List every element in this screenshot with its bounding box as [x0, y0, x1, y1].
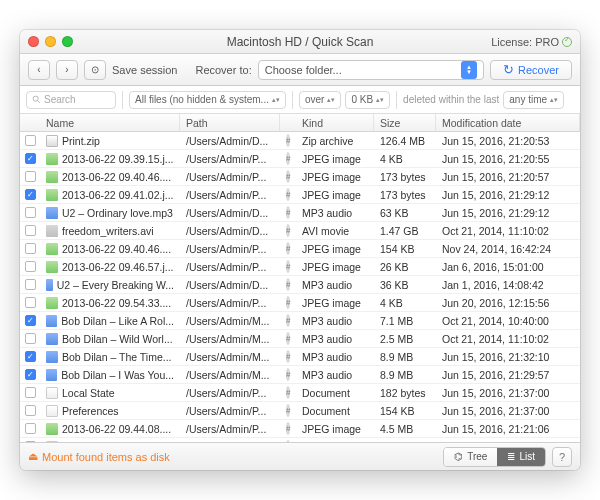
row-kind: MP3 audio: [296, 333, 374, 345]
time-range-select[interactable]: any time ▴▾: [503, 91, 564, 109]
row-checkbox[interactable]: [20, 387, 40, 398]
chevron-updown-icon: ▴▾: [327, 97, 335, 103]
row-mod: Oct 21, 2014, 10:40:00: [436, 315, 580, 327]
table-row[interactable]: Bob Dilan – Wild Worl.../Users/Admin/M..…: [20, 330, 580, 348]
row-hash-icon: #: [280, 278, 296, 291]
row-checkbox[interactable]: [20, 333, 40, 344]
row-checkbox[interactable]: ✓: [20, 369, 40, 380]
row-checkbox[interactable]: ✓: [20, 153, 40, 164]
row-name: 2013-06-22 09.41.02.j...: [40, 189, 180, 201]
header-checkbox[interactable]: [20, 114, 40, 131]
minimize-window-button[interactable]: [45, 36, 56, 47]
header-mod[interactable]: Modification date: [436, 114, 580, 131]
zoom-window-button[interactable]: [62, 36, 73, 47]
row-checkbox[interactable]: [20, 261, 40, 272]
file-name-label: Local State: [62, 387, 115, 399]
recover-folder-select[interactable]: Choose folder... ▲▼: [258, 60, 484, 80]
recover-folder-placeholder: Choose folder...: [265, 64, 342, 76]
row-size: 182 bytes: [374, 387, 436, 399]
file-type-icon: [46, 225, 58, 237]
row-size: 36 KB: [374, 279, 436, 291]
size-value-label: 0 KB: [351, 94, 373, 105]
file-types-select[interactable]: All files (no hidden & system... ▴▾: [129, 91, 286, 109]
file-name-label: 2013-06-22 09.39.15.j...: [62, 153, 174, 165]
row-name: 2013-06-22 09.46.57.j...: [40, 261, 180, 273]
table-row[interactable]: U2 – Ordinary love.mp3/Users/Admin/D...#…: [20, 204, 580, 222]
row-mod: Jun 15, 2016, 21:29:12: [436, 189, 580, 201]
row-kind: JPEG image: [296, 261, 374, 273]
mount-items-link[interactable]: ⏏ Mount found items as disk: [28, 450, 170, 463]
row-checkbox[interactable]: [20, 279, 40, 290]
tree-view-button[interactable]: ⌬ Tree: [444, 448, 497, 466]
license-label: License: PRO: [491, 36, 559, 48]
row-checkbox[interactable]: [20, 171, 40, 182]
mount-label: Mount found items as disk: [42, 451, 170, 463]
file-type-icon: [46, 171, 58, 183]
row-checkbox[interactable]: [20, 243, 40, 254]
row-name: Local State: [40, 387, 180, 399]
table-row[interactable]: ✓Bob Dilan – I Was You.../Users/Admin/M.…: [20, 366, 580, 384]
row-checkbox[interactable]: [20, 207, 40, 218]
results-table: Name Path Kind Size Modification date Pr…: [20, 114, 580, 442]
help-button[interactable]: ?: [552, 447, 572, 467]
table-row[interactable]: Preferences/Users/Admin/P...#Document154…: [20, 402, 580, 420]
row-mod: Jun 15, 2016, 21:29:57: [436, 369, 580, 381]
size-value-select[interactable]: 0 KB ▴▾: [345, 91, 390, 109]
row-hash-icon: #: [280, 170, 296, 183]
row-checkbox[interactable]: ✓: [20, 315, 40, 326]
row-size: 154 KB: [374, 405, 436, 417]
row-mod: Jun 15, 2016, 21:21:06: [436, 423, 580, 435]
table-row[interactable]: ✓2013-06-22 09.41.02.j.../Users/Admin/P.…: [20, 186, 580, 204]
row-path: /Users/Admin/M...: [180, 351, 280, 363]
header-size[interactable]: Size: [374, 114, 436, 131]
search-input[interactable]: Search: [26, 91, 116, 109]
save-session-icon-button[interactable]: ⊙: [84, 60, 106, 80]
table-row[interactable]: ✓Bob Dilan – Like A Rol.../Users/Admin/M…: [20, 312, 580, 330]
header-name[interactable]: Name: [40, 114, 180, 131]
app-window: Macintosh HD / Quick Scan License: PRO ‹…: [20, 30, 580, 470]
recover-button[interactable]: ↻ Recover: [490, 60, 572, 80]
search-icon: [32, 95, 41, 104]
table-row[interactable]: Print.zip/Users/Admin/D...#Zip archive12…: [20, 132, 580, 150]
row-hash-icon: #: [280, 206, 296, 219]
list-view-button[interactable]: ≣ List: [497, 448, 545, 466]
table-row[interactable]: ✓Bob Dilan – The Time.../Users/Admin/M..…: [20, 348, 580, 366]
traffic-lights: [28, 36, 73, 47]
header-kind[interactable]: Kind: [296, 114, 374, 131]
row-checkbox[interactable]: [20, 135, 40, 146]
table-row[interactable]: freedom_writers.avi/Users/Admin/D...#AVI…: [20, 222, 580, 240]
size-op-label: over: [305, 94, 324, 105]
row-checkbox[interactable]: [20, 297, 40, 308]
table-row[interactable]: 2013-06-22 09.40.46..../Users/Admin/P...…: [20, 168, 580, 186]
table-row[interactable]: 2013-06-22 09.46.57.j.../Users/Admin/P..…: [20, 258, 580, 276]
table-row[interactable]: 2013-06-22 09.44.08..../Users/Admin/P...…: [20, 420, 580, 438]
close-window-button[interactable]: [28, 36, 39, 47]
select-arrows-icon: ▲▼: [461, 61, 477, 79]
row-path: /Users/Admin/P...: [180, 297, 280, 309]
table-row[interactable]: 2013-06-22 09.54.33..../Users/Admin/P...…: [20, 294, 580, 312]
row-checkbox[interactable]: ✓: [20, 189, 40, 200]
chevron-updown-icon: ▴▾: [376, 97, 384, 103]
row-checkbox[interactable]: [20, 423, 40, 434]
header-path[interactable]: Path: [180, 114, 280, 131]
row-checkbox[interactable]: [20, 405, 40, 416]
tree-label: Tree: [467, 451, 487, 462]
row-hash-icon: #: [280, 422, 296, 435]
file-name-label: 2013-06-22 09.40.46....: [62, 171, 171, 183]
table-row[interactable]: U2 – Every Breaking W.../Users/Admin/D..…: [20, 276, 580, 294]
row-name: Bob Dilan – Wild Worl...: [40, 333, 180, 345]
row-mod: Oct 21, 2014, 11:10:02: [436, 225, 580, 237]
file-name-label: 2013-06-22 09.54.33....: [62, 297, 171, 309]
back-button[interactable]: ‹: [28, 60, 50, 80]
deleted-within-label: deleted within the last: [403, 94, 499, 105]
row-checkbox[interactable]: [20, 225, 40, 236]
table-row[interactable]: 2013-06-22 09.40.46..../Users/Admin/P...…: [20, 240, 580, 258]
file-type-icon: [46, 261, 58, 273]
size-operator-select[interactable]: over ▴▾: [299, 91, 341, 109]
table-row[interactable]: ✓2013-06-22 09.39.15.j.../Users/Admin/P.…: [20, 150, 580, 168]
forward-button[interactable]: ›: [56, 60, 78, 80]
table-header: Name Path Kind Size Modification date: [20, 114, 580, 132]
row-mod: Jun 15, 2016, 21:29:12: [436, 207, 580, 219]
table-row[interactable]: Local State/Users/Admin/P...#Document182…: [20, 384, 580, 402]
row-checkbox[interactable]: ✓: [20, 351, 40, 362]
